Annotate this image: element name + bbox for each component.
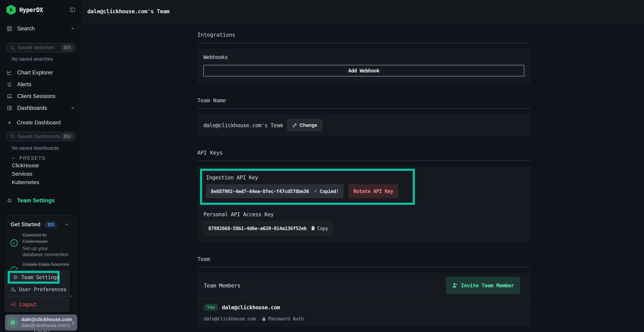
- profile-subtitle: dale@clickhouse.com's: [21, 323, 71, 328]
- collapse-sidebar-icon[interactable]: [70, 7, 76, 13]
- copied-indicator: ✓ Copied!: [314, 188, 339, 194]
- app-logo-name: HyperDX: [19, 6, 43, 14]
- invite-label: Invite Team Member: [461, 282, 514, 288]
- menu-label: User Preferences: [19, 286, 66, 292]
- nav-label: Client Sessions: [17, 93, 56, 100]
- chevron-right-icon: ›: [72, 319, 74, 326]
- sidebar-item-team-settings[interactable]: Team Settings: [0, 196, 82, 205]
- team-settings-label: Team Settings: [17, 197, 55, 204]
- webhooks-title: Webhooks: [204, 54, 524, 60]
- chevron-down-icon: [11, 156, 16, 160]
- sidebar-item-kubernetes[interactable]: Kubernetes: [0, 178, 82, 186]
- menu-label: Logout: [19, 302, 37, 308]
- sidebar-divider: [0, 115, 82, 115]
- avatar: D: [7, 317, 18, 328]
- person-plus-icon: [452, 282, 458, 288]
- logo-row: HyperDX: [0, 0, 82, 20]
- no-saved-dashboards-text: No saved dashboards: [0, 146, 82, 151]
- user-profile-button[interactable]: D dale@clickhouse.com dale@clickhouse.co…: [5, 314, 77, 330]
- saved-dashboards-field[interactable]: [18, 134, 61, 139]
- member-name: dale@clickhouse.com: [222, 304, 280, 310]
- nav-label: Chart Explorer: [17, 70, 53, 76]
- step-title: Connect to ClickHouse: [22, 232, 69, 245]
- line-chart-icon: [6, 70, 12, 76]
- sidebar-item-client-sessions[interactable]: Client Sessions: [0, 90, 82, 102]
- personal-api-key-value: 87982668-58b1-4d6e-a620-014a136f52eb: [208, 226, 306, 231]
- webhooks-card: Webhooks Add Webhook: [197, 49, 530, 84]
- chevron-up-icon[interactable]: [64, 222, 69, 227]
- team-name-card: dale@clickhouse.com's Team Change: [197, 114, 530, 136]
- search-label: Search: [17, 26, 35, 32]
- team-name-value: dale@clickhouse.com's Team: [204, 122, 283, 128]
- ingestion-api-key-chip[interactable]: 8e887902-4ed7-44ea-8fec-f47cd578be36 ✓ C…: [206, 184, 344, 198]
- personal-api-key-chip[interactable]: 87982668-58b1-4d6e-a620-014a136f52eb Cop…: [204, 221, 333, 235]
- chevron-up-icon[interactable]: [70, 26, 76, 31]
- you-badge: You: [204, 304, 218, 311]
- sidebar-item-services[interactable]: Services: [0, 170, 82, 178]
- magnifier-icon: [10, 134, 15, 139]
- sidebar-item-alerts[interactable]: Alerts: [0, 78, 82, 90]
- menu-label: Team Settings: [21, 274, 60, 280]
- settings-content: Integrations Webhooks Add Webhook Team N…: [82, 32, 530, 327]
- copy-button[interactable]: Copy: [311, 226, 328, 231]
- plus-icon: +: [6, 119, 12, 126]
- sidebar-item-search[interactable]: Search: [0, 20, 82, 38]
- team-members-card: Team Members Invite Team Member You dale…: [197, 273, 530, 327]
- change-label: Change: [300, 122, 317, 128]
- saved-dashboards-input[interactable]: ⌘K: [6, 132, 76, 141]
- logout-icon: [10, 302, 16, 307]
- lock-icon: [262, 316, 266, 322]
- check-icon: ✓: [314, 188, 318, 194]
- sidebar-item-dashboards[interactable]: Dashboards: [0, 102, 82, 114]
- page-title: dale@clickhouse.com's Team: [87, 8, 170, 14]
- shortcut-badge: ⌘K: [61, 44, 73, 51]
- team-members-title: Team Members: [204, 282, 240, 289]
- sidebar-item-clickhouse[interactable]: ClickHouse: [0, 161, 82, 170]
- gear-icon: [13, 274, 18, 280]
- bell-icon: [6, 82, 12, 88]
- presets-toggle[interactable]: PRESETS: [0, 155, 82, 161]
- api-keys-card: Ingestion API Key 8e887902-4ed7-44ea-8fe…: [197, 166, 530, 242]
- search-panel-icon: [6, 26, 12, 32]
- get-started-step-1[interactable]: ✓ Connect to ClickHouse Set up your data…: [10, 232, 72, 258]
- invite-team-member-button[interactable]: Invite Team Member: [446, 277, 520, 294]
- shortcut-badge: ⌘K: [61, 133, 73, 140]
- step-title: Create Data Sources: [22, 261, 69, 268]
- create-dashboard-label: Create Dashboard: [17, 120, 61, 126]
- nav-label: Alerts: [17, 81, 31, 88]
- check-circle-icon: ✓: [10, 239, 18, 246]
- user-gear-icon: [10, 287, 16, 292]
- user-menu-popup: Team Settings User Preferences Logout: [4, 270, 70, 312]
- section-title-team: Team: [197, 256, 530, 262]
- ingestion-api-key-label: Ingestion API Key: [206, 174, 413, 181]
- menu-item-user-preferences[interactable]: User Preferences: [10, 286, 66, 293]
- section-title-api-keys: API Keys: [197, 149, 530, 156]
- profile-name: dale@clickhouse.com: [21, 317, 71, 322]
- saved-searches-field[interactable]: [18, 45, 61, 50]
- create-dashboard-button[interactable]: + Create Dashboard: [0, 117, 82, 128]
- section-divider: [197, 108, 530, 109]
- sidebar: HyperDX Search ⌘K No saved searches: [0, 0, 82, 332]
- team-member-row: You dale@clickhouse.com dale@clickhouse.…: [197, 298, 530, 322]
- pencil-icon: [292, 123, 297, 128]
- auth-method: Password Auth: [262, 316, 304, 322]
- section-divider: [197, 267, 530, 268]
- menu-item-team-settings[interactable]: Team Settings: [8, 271, 60, 284]
- app-window: HyperDX Search ⌘K No saved searches: [0, 0, 644, 332]
- saved-searches-input[interactable]: ⌘K: [6, 43, 76, 52]
- chevron-up-icon[interactable]: [70, 105, 76, 111]
- main-area: dale@clickhouse.com's Team Integrations …: [82, 0, 644, 332]
- nav-label: Dashboards: [17, 105, 47, 111]
- sidebar-item-chart-explorer[interactable]: Chart Explorer: [0, 67, 82, 78]
- get-started-header[interactable]: Get Started 2/3: [10, 221, 72, 228]
- change-team-name-button[interactable]: Change: [288, 120, 322, 131]
- page-header: dale@clickhouse.com's Team: [82, 0, 644, 23]
- no-saved-searches-text: No saved searches: [0, 56, 82, 62]
- add-webhook-button[interactable]: Add Webhook: [204, 65, 524, 76]
- get-started-title: Get Started: [10, 221, 40, 228]
- magnifier-icon: [10, 45, 15, 50]
- menu-item-logout[interactable]: Logout: [10, 301, 37, 308]
- rotate-api-key-button[interactable]: Rotate API Key: [348, 184, 398, 198]
- section-title-team-name: Team Name: [197, 97, 530, 104]
- presets-label: PRESETS: [19, 156, 46, 161]
